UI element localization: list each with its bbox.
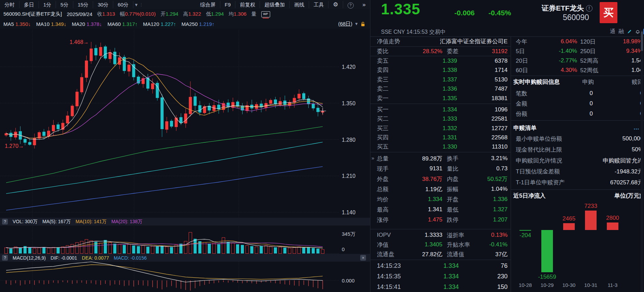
security-code: 560090: [563, 13, 589, 22]
info-icon[interactable]: !: [586, 5, 592, 12]
badge-tong[interactable]: 通: [610, 28, 615, 35]
svg-text:1.468→: 1.468→: [70, 39, 89, 45]
bar-close: 1.313: [102, 11, 115, 17]
ma10-value: 1.349↓: [51, 21, 66, 27]
bar-high: 1.322: [188, 11, 201, 17]
tab-duori[interactable]: 多日: [19, 1, 39, 8]
subscribe-row: 份额00: [511, 109, 644, 119]
scrollbar-thumb[interactable]: [641, 31, 643, 51]
btn-f9[interactable]: F9: [220, 1, 236, 8]
perf-row: 60日4.30%52周低1.04: [511, 65, 644, 75]
flow-date: 11-3: [602, 282, 624, 288]
flow-date: 10-28: [514, 282, 536, 288]
bar-vol-label: 量: [251, 11, 257, 17]
ask-row-5[interactable]: 卖五1.3396378: [370, 56, 511, 65]
bid-row-2[interactable]: 买二1.33322581: [370, 114, 511, 123]
flow-bar: [585, 211, 597, 230]
svg-text:1.270→: 1.270→: [5, 143, 24, 149]
redeem-row: T-1日单位申赎资产670257.68元: [511, 177, 644, 188]
svg-text:1.350: 1.350: [342, 101, 355, 106]
lock-icon[interactable]: [361, 21, 365, 27]
flow-date: 10-29: [536, 282, 558, 288]
btn-super-overlay[interactable]: 超级叠加: [260, 1, 290, 8]
gear-icon[interactable]: ⚙: [328, 1, 343, 8]
edit-pencil-icon[interactable]: [627, 29, 632, 34]
btn-composite-screen[interactable]: 综合屏: [196, 1, 220, 8]
tab-30min[interactable]: 30分: [93, 1, 113, 8]
bid-row-5[interactable]: 买五1.33011310: [370, 142, 511, 151]
svg-text:1.420: 1.420: [342, 64, 355, 70]
badge-rong[interactable]: 融: [618, 28, 624, 35]
btn-tools[interactable]: 工具: [309, 1, 328, 8]
flow-value: 2800: [599, 215, 626, 221]
wp-monitor-icon[interactable]: WP: [261, 11, 270, 17]
tab-15min[interactable]: 15分: [73, 1, 93, 8]
drag-dots-icon: ⋮: [139, 2, 143, 7]
tab-fenshi[interactable]: 分时: [0, 1, 19, 8]
bid-row-1[interactable]: 买一1.3341096: [370, 105, 511, 114]
svg-text:1.140: 1.140: [342, 210, 355, 215]
svg-text:1.210: 1.210: [342, 173, 355, 179]
weicha-value: 31192: [492, 48, 508, 55]
flow-value: -15659: [533, 274, 561, 280]
price-change-pct: -0.45%: [488, 9, 511, 17]
tab-5min[interactable]: 5分: [56, 1, 73, 8]
security-name: 证券ETF龙头 !: [542, 3, 592, 13]
ma60-value: 1.317↑: [122, 21, 137, 27]
nav-row[interactable]: 净值走势 汇添富中证全指证券公司E: [370, 37, 511, 46]
trading-terminal: 1.468→1.270→1.4201.3501.2801.2101.140345…: [0, 0, 644, 292]
weibi-value: 28.52%: [423, 48, 442, 55]
bid-row-4[interactable]: 买四1.33122568: [370, 133, 511, 142]
volume-help-icon[interactable]: ?: [2, 219, 8, 225]
symbol-label: 560090.SH[证券ETF龙头]: [3, 11, 62, 17]
ask-row-1[interactable]: 卖一1.33518381: [370, 94, 511, 103]
collapse-right-icon[interactable]: »: [371, 155, 374, 161]
period-toolbar: 分时 多日 1分 5分 15分 30分 60分 ▾ ⋮ 综合屏 F9 前复权 超…: [0, 0, 370, 9]
flow-value: -204: [512, 232, 539, 239]
close-icon[interactable]: ×: [360, 255, 366, 261]
ask-row-2[interactable]: 卖二1.3367487: [370, 84, 511, 93]
bar-date: 2025/09/24: [67, 11, 92, 17]
buy-button[interactable]: 买: [600, 2, 617, 23]
help-icon[interactable]: ?: [343, 1, 358, 8]
redeem-row: 申购赎回允许情况申购赎回皆允许: [511, 155, 644, 166]
vol-ma20: MA(20): 138万: [111, 219, 142, 225]
perf-row: 今年6.04%120日18.98%: [511, 37, 644, 46]
tick-row: 14:15:351.334230: [370, 272, 511, 281]
tab-1min[interactable]: 1分: [39, 1, 56, 8]
bar-open: 1.294: [165, 11, 178, 17]
more-chevron-icon[interactable]: »: [358, 1, 370, 8]
more-button[interactable]: …: [633, 124, 639, 131]
window-range-selector[interactable]: (68日): [338, 21, 352, 27]
ask-row-3[interactable]: 卖三1.3375130: [370, 75, 511, 84]
tab-60min[interactable]: 60分: [113, 1, 133, 8]
period-dropdown-icon[interactable]: ▾: [133, 1, 140, 8]
flow-value: 2465: [555, 215, 583, 222]
flow-date: 10-30: [558, 282, 580, 288]
btn-forward-adjust[interactable]: 前复权: [235, 1, 260, 8]
stat-row: 最高1.341最低1.327: [370, 204, 511, 215]
ma20-value: 1.378↓: [87, 21, 102, 27]
quote-badges: 通 融 +: [610, 28, 644, 35]
macd-help-icon[interactable]: ?: [2, 255, 8, 261]
flow-value: 7233: [577, 203, 604, 210]
flow-bar: [563, 223, 575, 230]
svg-text:1.280: 1.280: [342, 137, 355, 143]
bell-icon[interactable]: [635, 29, 640, 34]
scrollbar-track[interactable]: [641, 30, 643, 292]
stat-row: 外盘38.76万内盘50.52万: [370, 174, 511, 184]
quote-info-bar: 560090.SH[证券ETF龙头] 2025/09/24 收1.313 幅0.…: [0, 9, 370, 19]
ask-row-4[interactable]: 卖四1.3381714: [370, 65, 511, 75]
bar-range: 0.77%(0.010): [125, 11, 156, 17]
bid-row-3[interactable]: 买三1.33212727: [370, 124, 511, 133]
stat-row: 现手9131量比0.73: [370, 164, 511, 174]
bar-low: 1.294: [211, 11, 224, 17]
ma120-value: 1.227↑: [161, 21, 176, 27]
weibi-row: 委比 28.52% 委差 31192: [370, 47, 511, 56]
btn-draw-line[interactable]: 画线: [290, 1, 309, 8]
macd-pane-header: ? MACD(12,26,9) DIF: -0.0001 DEA: 0.0077…: [0, 254, 370, 262]
window-dropdown-icon[interactable]: ▼: [354, 21, 358, 26]
tick-row: 14:15:411.334150: [370, 282, 511, 292]
candlestick-chart[interactable]: 1.468→1.270→1.4201.3501.2801.2101.140345…: [0, 0, 370, 292]
subscribe-row: 笔数00: [511, 88, 644, 98]
